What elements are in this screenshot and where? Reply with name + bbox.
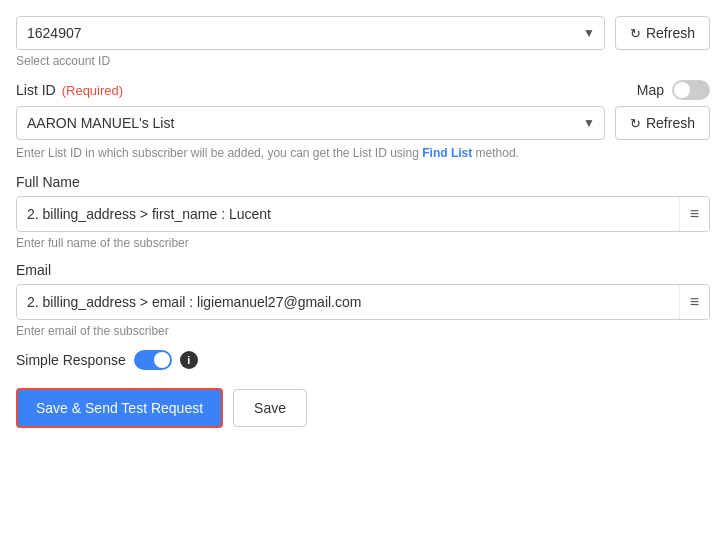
simple-response-label: Simple Response (16, 352, 126, 368)
save-button[interactable]: Save (233, 389, 307, 427)
full-name-section: Full Name ≡ Enter full name of the subsc… (16, 174, 710, 250)
refresh-label-1: Refresh (646, 25, 695, 41)
full-name-input[interactable] (17, 198, 679, 230)
find-list-link[interactable]: Find List (422, 146, 472, 160)
simple-response-info-icon: i (180, 351, 198, 369)
list-id-hint-part1: Enter List ID in which subscriber will b… (16, 146, 422, 160)
full-name-label: Full Name (16, 174, 80, 190)
email-label: Email (16, 262, 51, 278)
simple-response-section: Simple Response i (16, 350, 710, 370)
map-toggle-slider (672, 80, 710, 100)
map-toggle[interactable] (672, 80, 710, 100)
refresh-icon-1: ↻ (630, 26, 641, 41)
email-menu-icon: ≡ (690, 293, 699, 311)
email-section: Email ≡ Enter email of the subscriber (16, 262, 710, 338)
refresh-button-1[interactable]: ↻ Refresh (615, 16, 710, 50)
bottom-buttons-row: Save & Send Test Request Save (16, 388, 710, 428)
list-id-select[interactable]: AARON MANUEL's List (16, 106, 605, 140)
list-id-hint-part2: method. (472, 146, 519, 160)
save-test-button[interactable]: Save & Send Test Request (16, 388, 223, 428)
email-menu-btn[interactable]: ≡ (679, 285, 709, 319)
account-id-hint: Select account ID (16, 54, 710, 68)
list-id-select-wrapper: AARON MANUEL's List ▼ (16, 106, 605, 140)
email-hint: Enter email of the subscriber (16, 324, 710, 338)
list-id-section: List ID (Required) Map AARON MANUEL's Li… (16, 80, 710, 162)
simple-response-toggle[interactable] (134, 350, 172, 370)
full-name-input-wrapper: ≡ (16, 196, 710, 232)
full-name-menu-icon: ≡ (690, 205, 699, 223)
map-row: Map (637, 80, 710, 100)
full-name-menu-btn[interactable]: ≡ (679, 197, 709, 231)
email-input-wrapper: ≡ (16, 284, 710, 320)
account-id-select[interactable]: 1624907 (16, 16, 605, 50)
refresh-icon-2: ↻ (630, 116, 641, 131)
map-label: Map (637, 82, 664, 98)
refresh-label-2: Refresh (646, 115, 695, 131)
simple-response-toggle-slider (134, 350, 172, 370)
account-id-select-wrapper: 1624907 ▼ (16, 16, 605, 50)
list-id-hint: Enter List ID in which subscriber will b… (16, 144, 710, 162)
list-id-required: (Required) (62, 83, 123, 98)
email-input[interactable] (17, 286, 679, 318)
account-id-section: 1624907 ▼ ↻ Refresh Select account ID (16, 16, 710, 68)
list-id-label: List ID (16, 82, 56, 98)
refresh-button-2[interactable]: ↻ Refresh (615, 106, 710, 140)
full-name-hint: Enter full name of the subscriber (16, 236, 710, 250)
